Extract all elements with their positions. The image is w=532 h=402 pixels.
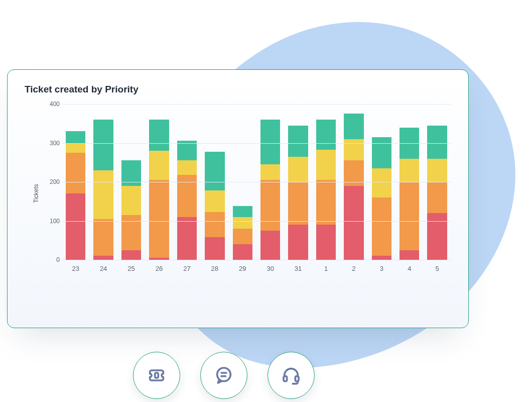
bar-segment-green (316, 120, 336, 150)
bar-segment-red (344, 186, 363, 260)
bar-segment-orange (66, 153, 85, 193)
x-tick-label: 1 (316, 265, 336, 272)
ticket-icon[interactable] (133, 352, 180, 399)
bar-segment-yellow (316, 150, 336, 180)
grid-line (62, 182, 451, 182)
stacked-bar (177, 141, 197, 260)
stacked-bar (427, 126, 447, 260)
stacked-bar (66, 131, 85, 260)
bar-column (93, 120, 113, 260)
stacked-bar (316, 120, 336, 260)
bar-segment-yellow (66, 143, 85, 153)
bar-column (205, 152, 224, 260)
chat-icon[interactable] (200, 352, 247, 399)
bar-segment-red (177, 217, 197, 260)
bar-segment-green (344, 114, 363, 139)
bar-segment-red (316, 225, 336, 260)
bar-segment-green (427, 126, 447, 159)
grid-line (62, 143, 451, 144)
bar-segment-yellow (288, 157, 308, 182)
bar-segment-orange (205, 212, 224, 237)
bar-segment-orange (316, 180, 336, 225)
bar-segment-green (93, 120, 113, 170)
bar-segment-orange (93, 219, 113, 256)
stacked-bar (121, 160, 141, 260)
x-tick-label: 29 (233, 265, 252, 272)
bar-segment-red (93, 256, 113, 260)
bar-segment-orange (121, 215, 141, 250)
bar-segment-orange (372, 197, 391, 256)
bar-segment-yellow (121, 186, 141, 215)
bar-segment-red (400, 250, 419, 260)
bar-column (344, 114, 363, 260)
bar-column (288, 126, 308, 260)
bar-segment-yellow (233, 217, 252, 229)
bar-column (149, 120, 169, 260)
bar-segment-orange (260, 180, 280, 231)
x-axis-labels: 23242526272829303112345 (62, 260, 451, 272)
chart-card: Ticket created by Priority Tickets 01002… (7, 69, 469, 328)
bar-segment-yellow (427, 159, 447, 182)
stacked-bar (205, 152, 224, 260)
x-tick-label: 3 (372, 265, 391, 272)
y-axis-label: Tickets (33, 184, 40, 203)
x-tick-label: 4 (400, 265, 419, 272)
stacked-bar (93, 120, 113, 260)
bar-segment-green (260, 120, 280, 164)
stacked-bar (260, 120, 280, 260)
bar-segment-red (121, 250, 141, 260)
bar-segment-yellow (372, 168, 391, 197)
bar-column (121, 160, 141, 260)
bar-column (260, 120, 280, 260)
bar-segment-red (260, 231, 280, 260)
x-tick-label: 23 (66, 265, 85, 272)
grid-line (62, 104, 451, 105)
svg-rect-0 (155, 373, 159, 378)
bar-segment-green (233, 206, 252, 217)
bar-segment-green (205, 152, 224, 191)
chart-area: Tickets 0100200300400 232425262728293031… (45, 104, 451, 282)
chart-title: Ticket created by Priority (25, 84, 451, 95)
bar-segment-yellow (260, 164, 280, 180)
bar-segment-orange (400, 182, 419, 250)
grid-line (62, 221, 451, 222)
bar-segment-red (233, 244, 252, 260)
stacked-bar (372, 137, 391, 260)
bar-segment-yellow (93, 170, 113, 219)
x-tick-label: 30 (260, 265, 280, 272)
headset-icon[interactable] (268, 352, 315, 399)
bar-segment-yellow (177, 160, 197, 175)
x-tick-label: 5 (427, 265, 447, 272)
bar-column (316, 120, 336, 260)
y-tick-label: 100 (45, 218, 60, 225)
bar-column (233, 206, 252, 260)
x-tick-label: 27 (177, 265, 197, 272)
x-tick-label: 2 (344, 265, 363, 272)
x-tick-label: 28 (205, 265, 224, 272)
x-tick-label: 31 (288, 265, 308, 272)
plot: 0100200300400 (62, 104, 451, 260)
bar-segment-red (288, 225, 308, 260)
bar-segment-green (66, 131, 85, 143)
x-tick-label: 25 (121, 265, 141, 272)
bar-segment-red (372, 256, 391, 260)
stacked-bar (288, 126, 308, 260)
icon-row (133, 352, 315, 399)
x-tick-label: 26 (149, 265, 169, 272)
bar-segment-red (66, 193, 85, 260)
bar-segment-yellow (344, 139, 363, 161)
bar-segment-orange (149, 180, 169, 258)
bar-segment-orange (288, 182, 308, 225)
svg-rect-4 (284, 376, 287, 381)
bar-column (400, 128, 419, 260)
x-tick-label: 24 (93, 265, 113, 272)
bar-segment-red (427, 213, 447, 260)
bar-segment-yellow (205, 190, 224, 212)
y-tick-label: 300 (45, 140, 60, 147)
y-tick-label: 0 (45, 256, 60, 263)
bar-column (372, 137, 391, 260)
stacked-bar (400, 128, 419, 260)
bar-segment-orange (427, 182, 447, 213)
bar-segment-green (177, 141, 197, 160)
bar-segment-orange (233, 229, 252, 244)
